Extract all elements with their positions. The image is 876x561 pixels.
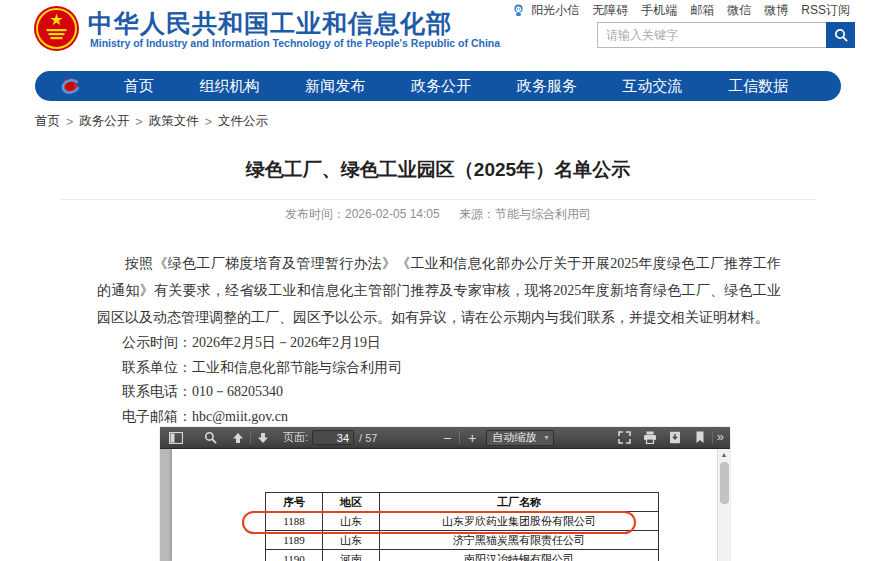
pdf-find-button[interactable] bbox=[200, 429, 220, 447]
breadcrumb-public-notice[interactable]: 文件公示 bbox=[218, 113, 268, 130]
pdf-sidebar-toggle-button[interactable] bbox=[166, 429, 186, 447]
breadcrumb-policy-docs[interactable]: 政策文件 bbox=[149, 113, 199, 130]
page-total: / 57 bbox=[359, 432, 377, 444]
nav-item-data[interactable]: 工信数据 bbox=[728, 77, 788, 96]
arrow-down-icon bbox=[257, 432, 269, 444]
zoom-mode-select[interactable]: 自动缩放 ▾ bbox=[486, 430, 554, 446]
cell-region: 山东 bbox=[323, 512, 380, 531]
dropdown-caret-icon: ▾ bbox=[544, 433, 548, 442]
article-title: 绿色工厂、绿色工业园区（2025年）名单公示 bbox=[0, 157, 876, 183]
breadcrumb-separator: > bbox=[205, 115, 212, 129]
header-factory-name: 工厂名称 bbox=[380, 493, 659, 512]
breadcrumb-home[interactable]: 首页 bbox=[35, 113, 60, 130]
search-icon bbox=[834, 28, 848, 42]
presentation-mode-button[interactable] bbox=[615, 429, 635, 447]
top-link-rss[interactable]: RSS订阅 bbox=[801, 2, 850, 19]
breadcrumb-separator: > bbox=[66, 115, 73, 129]
top-link-sunshine[interactable]: 阳光小信 bbox=[531, 2, 579, 19]
national-emblem-logo bbox=[33, 5, 80, 52]
breadcrumb: 首页 > 政务公开 > 政策文件 > 文件公示 bbox=[35, 113, 268, 130]
contact-phone: 联系电话：010－68205340 bbox=[122, 380, 402, 405]
nav-item-news[interactable]: 新闻发布 bbox=[305, 77, 365, 96]
pdf-next-page-button[interactable] bbox=[253, 429, 273, 447]
scrollbar-thumb[interactable] bbox=[720, 462, 729, 504]
article-meta: 发布时间：2026-02-05 14:05 来源：节能与综合利用司 bbox=[0, 206, 876, 223]
cell-region: 河南 bbox=[323, 550, 380, 561]
miit-webpage: 阳光小信 无障碍 手机端 邮箱 微信 微博 RSS订阅 中华人民共和国工业和信息… bbox=[0, 0, 876, 561]
site-search bbox=[597, 22, 855, 48]
top-link-mail[interactable]: 邮箱 bbox=[690, 2, 714, 19]
download-button[interactable] bbox=[665, 429, 685, 447]
cell-factory-name: 南阳汉冶特钢有限公司 bbox=[380, 550, 659, 561]
table-row: 1189 山东 济宁黑猫炭黑有限责任公司 bbox=[266, 531, 659, 550]
cell-region: 山东 bbox=[323, 531, 380, 550]
page-number-input[interactable] bbox=[312, 430, 354, 445]
download-icon bbox=[669, 431, 681, 444]
nav-item-interaction[interactable]: 互动交流 bbox=[622, 77, 682, 96]
bookmark-icon bbox=[695, 431, 705, 444]
cell-serial: 1189 bbox=[266, 531, 323, 550]
pdf-previous-page-button[interactable] bbox=[228, 429, 248, 447]
article-source: 来源：节能与综合利用司 bbox=[459, 207, 591, 221]
article-paragraph: 按照《绿色工厂梯度培育及管理暂行办法》《工业和信息化部办公厅关于开展2025年度… bbox=[97, 250, 781, 331]
site-title-english: Ministry of Industry and Information Tec… bbox=[90, 37, 500, 49]
find-icon bbox=[204, 431, 217, 444]
factory-table: 序号 地区 工厂名称 1188 山东 山东罗欣药业集团股份有限公司 1189 山… bbox=[265, 492, 659, 561]
more-tools-button[interactable]: » bbox=[717, 429, 724, 444]
page-label: 页面: bbox=[283, 430, 308, 445]
public-notice-period: 公示时间：2026年2月5日－2026年2月19日 bbox=[122, 331, 402, 356]
pdf-viewer: 页面: / 57 − + 自动缩放 ▾ bbox=[160, 427, 730, 561]
scroll-up-arrow-icon[interactable]: ▲ bbox=[718, 449, 730, 460]
main-navigation: 首页 组织机构 新闻发布 政务公开 政务服务 互动交流 工信数据 bbox=[35, 71, 841, 101]
bookmark-button[interactable] bbox=[690, 429, 710, 447]
header-serial: 序号 bbox=[266, 493, 323, 512]
header-region: 地区 bbox=[323, 493, 380, 512]
search-button[interactable] bbox=[826, 22, 855, 48]
zoom-in-button[interactable]: + bbox=[462, 429, 482, 447]
pdf-scrollbar[interactable]: ▲ bbox=[717, 449, 730, 561]
contact-email: 电子邮箱：hbc@miit.gov.cn bbox=[122, 405, 402, 430]
breadcrumb-separator: > bbox=[135, 115, 142, 129]
pdf-page: 序号 地区 工厂名称 1188 山东 山东罗欣药业集团股份有限公司 1189 山… bbox=[172, 449, 717, 561]
title-divider bbox=[60, 199, 816, 200]
fullscreen-icon bbox=[618, 431, 631, 444]
search-input[interactable] bbox=[598, 23, 826, 47]
cell-factory-name: 济宁黑猫炭黑有限责任公司 bbox=[380, 531, 659, 550]
pdf-toolbar: 页面: / 57 − + 自动缩放 ▾ bbox=[160, 427, 730, 449]
top-link-accessibility[interactable]: 无障碍 bbox=[592, 2, 628, 19]
sidebar-toggle-icon bbox=[169, 432, 183, 444]
nav-item-home[interactable]: 首页 bbox=[124, 77, 154, 96]
contact-unit: 联系单位：工业和信息化部节能与综合利用司 bbox=[122, 356, 402, 381]
zoom-out-button[interactable]: − bbox=[437, 429, 457, 447]
publish-time: 发布时间：2026-02-05 14:05 bbox=[285, 207, 440, 221]
arrow-up-icon bbox=[232, 432, 244, 444]
cell-serial: 1190 bbox=[266, 550, 323, 561]
top-link-bar: 阳光小信 无障碍 手机端 邮箱 微信 微博 RSS订阅 bbox=[512, 2, 850, 19]
table-header-row: 序号 地区 工厂名称 bbox=[266, 493, 659, 512]
cell-factory-name: 山东罗欣药业集团股份有限公司 bbox=[380, 512, 659, 531]
nav-item-gov-services[interactable]: 政务服务 bbox=[517, 77, 577, 96]
breadcrumb-gov-affairs[interactable]: 政务公开 bbox=[79, 113, 129, 130]
cell-serial: 1188 bbox=[266, 512, 323, 531]
table-row: 1190 河南 南阳汉冶特钢有限公司 bbox=[266, 550, 659, 561]
top-link-mobile[interactable]: 手机端 bbox=[641, 2, 677, 19]
miit-gear-logo-icon bbox=[59, 75, 81, 97]
pdf-body: 序号 地区 工厂名称 1188 山东 山东罗欣药业集团股份有限公司 1189 山… bbox=[160, 449, 730, 561]
top-link-weibo[interactable]: 微博 bbox=[764, 2, 788, 19]
print-button[interactable] bbox=[640, 429, 660, 447]
nav-item-gov-affairs[interactable]: 政务公开 bbox=[411, 77, 471, 96]
print-icon bbox=[643, 431, 657, 444]
top-link-wechat[interactable]: 微信 bbox=[727, 2, 751, 19]
nav-item-list: 首页 组织机构 新闻发布 政务公开 政务服务 互动交流 工信数据 bbox=[81, 77, 841, 96]
zoom-mode-value: 自动缩放 bbox=[492, 430, 536, 445]
site-title-chinese: 中华人民共和国工业和信息化部 bbox=[88, 7, 452, 40]
nav-item-organization[interactable]: 组织机构 bbox=[200, 77, 260, 96]
sunshine-mascot-icon bbox=[512, 4, 525, 17]
table-row: 1188 山东 山东罗欣药业集团股份有限公司 bbox=[266, 512, 659, 531]
contact-info: 公示时间：2026年2月5日－2026年2月19日 联系单位：工业和信息化部节能… bbox=[122, 331, 402, 429]
